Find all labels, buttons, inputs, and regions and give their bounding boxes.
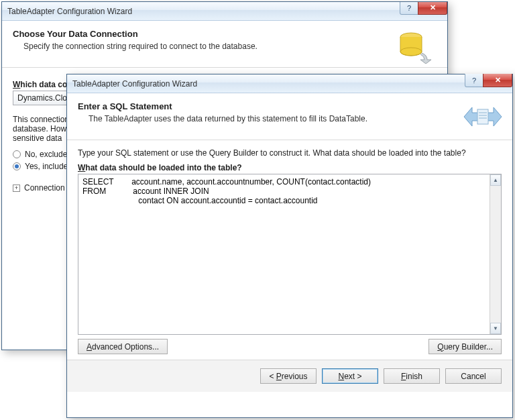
help-button[interactable]: ?	[400, 1, 418, 15]
svg-rect-2	[477, 109, 488, 124]
titlebar-text: TableAdapter Configuration Wizard	[7, 7, 132, 16]
cancel-button[interactable]: Cancel	[445, 368, 502, 384]
instruction-text: Type your SQL statement or use the Query…	[78, 148, 502, 158]
database-icon	[398, 30, 434, 64]
header-panel-back: Choose Your Data Connection Specify the …	[2, 21, 447, 68]
titlebar-text: TableAdapter Configuration Wizard	[72, 79, 197, 89]
previous-button[interactable]: < Previous < Previous	[260, 368, 317, 384]
radio-icon	[13, 162, 21, 170]
sql-textarea[interactable]: SELECT account.name, account.accountnumb…	[78, 174, 502, 335]
scroll-down-button[interactable]: ▼	[490, 323, 501, 334]
next-button[interactable]: Next > Next >	[322, 368, 378, 384]
wizard-dialog-front: TableAdapter Configuration Wizard ? ✕ En…	[66, 74, 513, 418]
close-button[interactable]: ✕	[418, 1, 447, 15]
header-panel-front: Enter a SQL Statement The TableAdapter u…	[67, 93, 512, 140]
finish-button[interactable]: Finish Finish	[384, 368, 440, 384]
help-button[interactable]: ?	[465, 74, 483, 87]
scroll-up-button[interactable]: ▲	[490, 174, 501, 186]
expand-icon: +	[13, 185, 20, 192]
radio-icon	[13, 150, 21, 158]
combobox-value: Dynamics.Clo	[17, 93, 67, 103]
titlebar-front[interactable]: TableAdapter Configuration Wizard ? ✕	[67, 74, 512, 93]
header-title: Enter a SQL Statement	[78, 101, 502, 111]
titlebar-back[interactable]: TableAdapter Configuration Wizard ? ✕	[2, 2, 447, 21]
header-subtitle: The TableAdapter uses the data returned …	[89, 114, 502, 123]
query-builder-button[interactable]: Query Builder... Query Builder...	[428, 339, 502, 354]
header-title: Choose Your Data Connection	[13, 29, 437, 39]
advanced-options-button[interactable]: Advanced Options... Advanced Options...	[78, 339, 168, 354]
data-transfer-icon	[463, 100, 503, 134]
sql-text: SELECT account.name, account.accountnumb…	[82, 177, 497, 205]
header-subtitle: Specify the connection string required t…	[23, 42, 437, 51]
sql-field-label: What data should be loaded into the tabl…	[78, 163, 502, 172]
body-panel-front: Type your SQL statement or use the Query…	[67, 140, 512, 360]
close-button[interactable]: ✕	[483, 74, 512, 87]
scrollbar[interactable]: ▲ ▼	[490, 174, 501, 334]
footer-bar: < Previous < Previous Next > Next > Fini…	[67, 360, 512, 392]
